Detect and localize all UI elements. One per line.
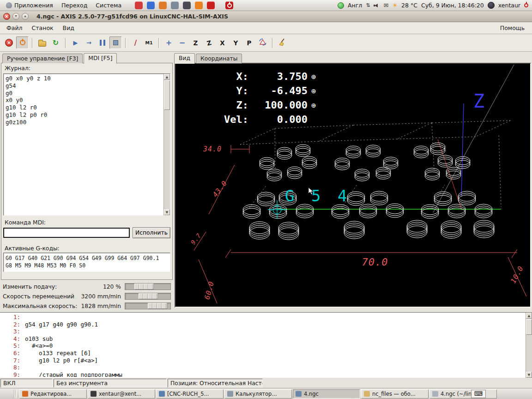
shutdown-launcher-icon[interactable] [225,1,233,9]
scroll-thumb[interactable] [164,80,170,110]
view-front-button[interactable]: Y [230,36,242,49]
taskbar-item-1[interactable]: xentaur@xent... [88,389,155,399]
gcode-line[interactable]: 5: #<a>=0 [0,342,525,350]
stop-button[interactable] [109,36,122,49]
gcode-line[interactable]: 3: [0,328,525,335]
layout-switch-icon[interactable]: ⇅ [366,2,370,8]
window-maximize-button[interactable]: ▴ [22,13,29,20]
taskbar-item-3[interactable]: Калькулятор... [224,389,292,399]
volume-icon[interactable] [374,3,380,8]
mail-icon[interactable]: ✉ [383,2,388,9]
taskbar-item-4[interactable]: 4.ngc [293,389,360,399]
keyboard-indicator[interactable]: ⌨ [471,390,486,398]
menu-help[interactable]: Помощь [495,23,530,33]
network-status-icon[interactable] [338,2,344,9]
slider-handle[interactable] [134,284,154,290]
firefox-launcher-icon[interactable] [159,1,167,9]
web-browser-launcher-icon[interactable] [147,1,155,9]
gcode-line[interactable]: 7: g10 l2 p0 r[#<a>] [0,357,525,364]
panel-menu-places[interactable]: Переход [57,1,91,10]
clear-plot-button[interactable] [276,36,289,49]
clock[interactable]: Суб, 9 Июн, 18:46:20 [421,2,484,9]
taskbar-item-5[interactable]: nc_files — обо... [361,389,429,399]
toolbar-separator [32,38,33,48]
homed-icon: ⊕ [311,72,316,81]
mdi-command-input[interactable] [3,228,130,238]
program-scrollbar[interactable]: ▲▼ [526,313,532,378]
weather-icon[interactable]: ☀ [392,2,398,9]
slider-handle[interactable] [139,293,158,299]
window-titlebar[interactable]: × ▾ ▴ 4.ngc - AXIS 2.5.0-77-g51fcd96 on … [0,11,532,22]
calculator-launcher-icon[interactable] [171,1,179,9]
taskbar-item-6[interactable]: 4.ngc (~/linux... [429,389,497,399]
window-minimize-button[interactable]: ▾ [12,13,19,20]
gcode-line[interactable]: 6: o133 repeat [6] [0,350,525,357]
run-program-button[interactable]: ▶ [69,36,82,49]
taskbar-handle[interactable] [14,390,17,398]
view-side-button-label: X [220,39,224,47]
scroll-thumb[interactable] [526,319,532,335]
tab-preview[interactable]: Вид [174,53,195,64]
taskbar-item-icon [91,391,97,397]
tab-mdi[interactable]: MDI [F5] [84,53,117,64]
gcode-line[interactable]: 1: [0,314,525,321]
zoom-out-button[interactable]: − [176,36,188,49]
step-button[interactable]: → [83,36,95,49]
scroll-up-arrow[interactable]: ▲ [164,74,170,80]
menu-view[interactable]: Вид [58,23,79,33]
pause-button[interactable] [96,36,109,49]
history-scrollbar[interactable]: ▲▼ [163,74,170,215]
optional-pause-button[interactable]: M1 [143,36,155,49]
step-icon: → [86,39,91,46]
preview-canvas[interactable]: 34.043.09.770.060.010.0G 5 4Z X:3.750⊕Y:… [175,63,531,308]
view-rotated-top-button[interactable]: Z [203,36,215,49]
gcode-listing[interactable]: 1:2:g54 g17 g40 g90 g90.13:4:o103 sub5: … [0,312,532,378]
zoom-in-button[interactable]: + [163,36,175,49]
menu-machine[interactable]: Станок [27,23,58,33]
reload-file-button[interactable]: ↻ [49,36,62,49]
view-side-button[interactable]: X [216,36,229,49]
panel-menu-applications[interactable]: Приложения [2,1,57,10]
rotate-mode-button[interactable] [256,36,269,49]
vlc-launcher-icon[interactable] [195,1,203,9]
gcode-line[interactable]: 4:o103 sub [0,335,525,343]
jog-speed-slider[interactable] [125,293,171,300]
view-perspective-button[interactable]: P [243,36,255,49]
window-close-button[interactable]: × [3,13,10,20]
skip-lines-button[interactable]: / [129,36,142,49]
scroll-down-arrow[interactable]: ▼ [526,372,532,378]
machine-power-button[interactable] [16,36,29,49]
mdi-history-list[interactable]: g0 x0 y0 z 10g54g0x0 y0g10 l2 r0g10 l2 p… [3,73,170,216]
scroll-trough[interactable] [526,319,532,372]
keyboard-layout-indicator[interactable]: Англ [348,2,362,9]
opera-launcher-icon[interactable] [207,1,215,9]
scroll-down-arrow[interactable]: ▼ [164,209,170,215]
user-icon[interactable] [488,2,495,9]
view-top-button[interactable]: Z [189,36,202,49]
panel-menu-system[interactable]: Система [91,1,126,10]
dro-row-z: Z:100.000⊕ [206,98,316,112]
mdi-execute-button[interactable]: Исполнить [133,227,170,238]
dro-axis-value: 0.000 [248,114,308,125]
alarm-clock-launcher-icon[interactable] [135,1,143,9]
estop-button[interactable]: × [3,36,15,49]
tab-dro[interactable]: Координаты [196,54,242,63]
open-file-button[interactable] [36,36,48,49]
quit-icon[interactable] [524,3,528,7]
camera-launcher-icon[interactable] [183,1,191,9]
slider-handle[interactable] [148,303,167,309]
menu-file[interactable]: Файл [2,23,27,33]
dro-axis-value: 3.750 [248,71,308,82]
username-label[interactable]: xentaur [498,2,520,9]
scroll-up-arrow[interactable]: ▲ [526,313,532,319]
taskbar-item-2[interactable]: [CNC-RUCH_5... [156,389,224,399]
max-velocity-slider[interactable] [125,302,171,309]
gcode-line[interactable]: 9: /старый код подпрограммы [0,371,525,377]
feed-override-slider[interactable] [125,283,171,290]
panel-menu-label: Система [96,2,121,9]
taskbar-item-0[interactable]: Редактирова... [19,389,87,399]
gcode-line[interactable]: 8: [0,364,525,371]
scroll-trough[interactable] [164,80,170,209]
gcode-line[interactable]: 2:g54 g17 g40 g90 g90.1 [0,321,525,328]
tab-manual-control[interactable]: Ручное управление [F3] [2,54,83,63]
